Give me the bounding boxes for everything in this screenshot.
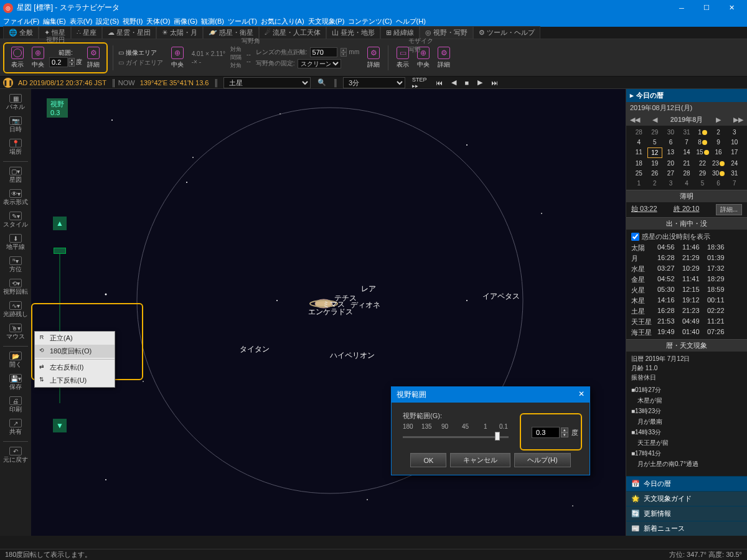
cal-day[interactable]: 1 (695, 128, 710, 137)
twilight-detail-button[interactable]: 詳細... (716, 204, 742, 215)
cal-day[interactable]: 2 (647, 179, 663, 188)
tool-マウス[interactable]: 🖱▾マウス (0, 322, 31, 343)
guide-area-button[interactable]: ▭ ガイドエリア (118, 58, 163, 67)
ribbon-tab[interactable]: ☀ 太陽・月 (156, 26, 203, 39)
close-button[interactable]: ✕ (719, 0, 744, 16)
ribbon-tab[interactable]: ☁ 星雲・星団 (102, 26, 156, 39)
cal-next-year[interactable]: ▶▶ (733, 116, 743, 124)
fix-select[interactable]: スクリーン (298, 59, 341, 68)
cal-day[interactable]: 2 (711, 128, 726, 137)
cal-day[interactable]: 30 (711, 169, 726, 178)
play-button[interactable]: ❚❚ (3, 78, 13, 88)
menu-item[interactable]: 視野(I) (123, 17, 143, 26)
fov-range-input[interactable] (49, 57, 68, 67)
menu-item[interactable]: 観測(B) (201, 17, 224, 26)
cancel-button[interactable]: キャンセル (450, 453, 510, 467)
menu-item-180度回転(O)[interactable]: ⟲180度回転(O) (35, 345, 115, 358)
tool-光跡残し[interactable]: ∿▾光跡残し (0, 299, 31, 320)
cal-day[interactable]: 5 (695, 179, 710, 188)
tool-保存[interactable]: 💾▾保存 (0, 372, 31, 393)
fov-detail-button[interactable]: 詳細 (84, 45, 103, 71)
help-button[interactable]: ヘルプ(H) (514, 453, 570, 467)
cal-day[interactable]: 27 (663, 169, 679, 178)
tool-開く[interactable]: 📂開く (0, 350, 31, 371)
prev-button[interactable]: ◀ (449, 78, 458, 86)
stop-button[interactable]: ■ (463, 79, 471, 86)
tool-場所[interactable]: 📍場所 (0, 137, 31, 158)
cal-day[interactable]: 30 (663, 128, 679, 137)
ok-button[interactable]: OK (410, 453, 446, 467)
zoom-in-button[interactable]: ▲ (53, 217, 67, 230)
tool-パネル[interactable]: ▦パネル (0, 92, 31, 113)
search-icon[interactable]: 🔍 (316, 78, 328, 86)
zoom-out-button[interactable]: ▼ (53, 419, 67, 432)
cal-day[interactable]: 31 (726, 169, 742, 178)
panel-tab[interactable]: 📅今日の暦 (626, 476, 747, 491)
cal-day[interactable]: 28 (679, 169, 695, 178)
cal-day[interactable]: 13 (663, 147, 679, 158)
cal-day[interactable]: 17 (726, 147, 742, 158)
cal-day[interactable]: 10 (726, 138, 742, 147)
dialog-close-button[interactable]: ✕ (578, 390, 585, 400)
menu-item[interactable]: コンテンツ(C) (348, 17, 392, 26)
panel-tab[interactable]: 🌟天文現象ガイド (626, 491, 747, 506)
menu-item-上下反転(U)[interactable]: ⇅上下反転(U) (35, 374, 115, 387)
maximize-button[interactable]: ☐ (694, 0, 719, 16)
menu-item[interactable]: ヘルプ(H) (396, 17, 426, 26)
tool-視野回転[interactable]: ⟲▾視野回転 (0, 277, 31, 298)
menu-item[interactable]: 画像(G) (174, 17, 197, 26)
ribbon-tab[interactable]: ∴ 星座 (71, 26, 102, 39)
cal-day[interactable]: 7 (726, 179, 742, 188)
ribbon-tab[interactable]: ☄ 流星・人工天体 (259, 26, 326, 39)
cal-day[interactable]: 29 (695, 169, 710, 178)
spin-down[interactable]: ▾ (68, 62, 75, 67)
menu-item[interactable]: 表示(V) (70, 17, 93, 26)
menu-item[interactable]: お気に入り(A) (261, 17, 304, 26)
next-button[interactable]: ▶ (476, 78, 484, 86)
cal-day[interactable]: 26 (647, 169, 663, 178)
sky-view[interactable]: 視野 0.3 ▲ ▼ レア テチス ミマス ディオネ エンケラドス タイタン ハ… (31, 89, 626, 536)
tool-地平線[interactable]: ⬇地平線 (0, 232, 31, 253)
cal-day[interactable]: 24 (726, 159, 742, 168)
planet-rise-checkbox[interactable]: 惑星の出没時刻を表示 (631, 231, 742, 243)
menu-item[interactable]: ツール(T) (228, 17, 257, 26)
cal-day[interactable]: 7 (679, 138, 695, 147)
cal-day[interactable]: 6 (711, 179, 726, 188)
cal-day[interactable]: 22 (695, 159, 710, 168)
panel-tab[interactable]: 📰新着ニュース (626, 521, 747, 536)
cal-day[interactable]: 28 (631, 128, 647, 137)
cal-day[interactable]: 4 (631, 138, 647, 147)
step-select[interactable]: 3分 (343, 77, 405, 88)
photo-detail-button[interactable]: 詳細 (364, 45, 383, 71)
ribbon-tab[interactable]: ⼭ 昼光・地形 (326, 26, 380, 39)
cal-prev-year[interactable]: ◀◀ (630, 116, 640, 124)
cal-day[interactable]: 23 (711, 159, 726, 168)
photo-center-button[interactable]: 中央 (168, 45, 187, 71)
cal-prev-month[interactable]: ◀ (652, 116, 657, 124)
tool-星図[interactable]: ▢▾星図 (0, 165, 31, 186)
step-forward-icon[interactable]: STEP▸▸ (410, 77, 429, 89)
menu-item[interactable]: 天文現象(P) (308, 17, 345, 26)
cal-day[interactable]: 12 (647, 147, 663, 158)
cal-day[interactable]: 19 (647, 159, 663, 168)
cal-day[interactable]: 20 (663, 159, 679, 168)
cal-day[interactable]: 5 (647, 138, 663, 147)
spin-up[interactable]: ▴ (68, 58, 75, 62)
rewind-button[interactable]: ⏮ (434, 79, 444, 86)
fov-show-button[interactable]: 表示 (8, 45, 27, 71)
menu-item[interactable]: 設定(S) (96, 17, 119, 26)
minimize-button[interactable]: ─ (669, 0, 694, 16)
menu-item-正立(A)[interactable]: R正立(A) (35, 332, 115, 345)
tool-元に戻す[interactable]: ↶元に戻す (0, 445, 31, 466)
cal-day[interactable]: 9 (711, 138, 726, 147)
cal-day[interactable]: 29 (647, 128, 663, 137)
cal-day[interactable]: 14 (679, 147, 695, 158)
ribbon-tab[interactable]: 🌐 全般 (3, 26, 39, 39)
tool-表示形式[interactable]: 👁▾表示形式 (0, 187, 31, 208)
cal-day[interactable]: 18 (631, 159, 647, 168)
cal-day[interactable]: 6 (663, 138, 679, 147)
cal-day[interactable]: 11 (631, 147, 647, 158)
menu-item[interactable]: ファイル(F) (3, 17, 39, 26)
menu-item-左右反転(I)[interactable]: ⇄左右反転(I) (35, 361, 115, 374)
cal-day[interactable]: 1 (631, 179, 647, 188)
